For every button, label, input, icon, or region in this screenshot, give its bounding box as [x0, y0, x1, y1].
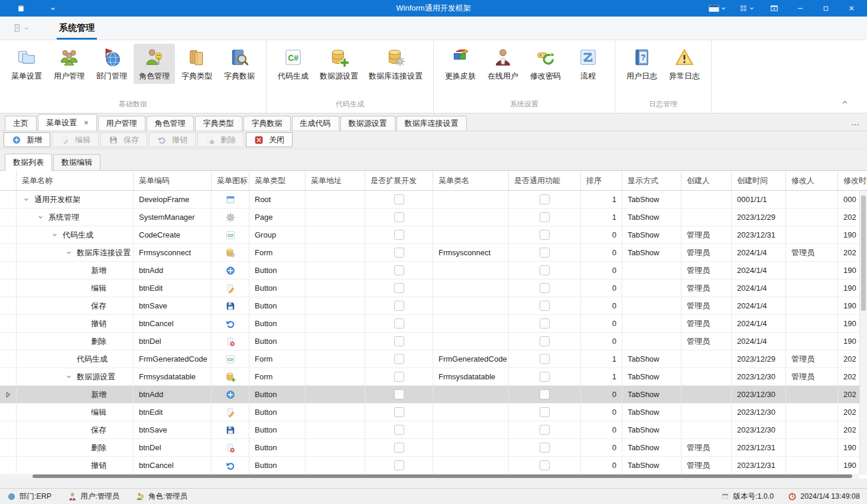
table-row[interactable]: 编辑btnEditButton0管理员2024/1/4190	[0, 279, 867, 297]
checkbox-unchecked[interactable]	[394, 389, 404, 399]
ribbon-item-role-management[interactable]: 角色管理	[134, 44, 175, 84]
checkbox-unchecked[interactable]	[540, 443, 550, 453]
table-row[interactable]: 数据源设置FrmsysdatatableFormFrmsysdatatable1…	[0, 368, 867, 386]
checkbox-unchecked[interactable]	[394, 212, 404, 222]
table-row[interactable]: 保存btnSaveButton0TabShow2023/12/30202	[0, 421, 867, 439]
table-row[interactable]: 通用开发框架DevelopFrameRoot1TabShow0001/1/100…	[0, 191, 867, 209]
doc-tab-code-generate[interactable]: 生成代码	[292, 116, 339, 131]
table-row[interactable]: 新增btnAddButton0管理员2024/1/4190	[0, 262, 867, 279]
ribbon-item-dict-type[interactable]: 字典类型	[176, 44, 217, 84]
column-header-indicator[interactable]	[0, 171, 17, 190]
column-header-display-mode[interactable]: 显示方式	[622, 171, 681, 190]
table-row[interactable]: 删除btnDelButton0TabShow管理员2023/12/31190	[0, 439, 867, 457]
ribbon-item-user-log[interactable]: ?用户日志	[621, 44, 663, 84]
table-row[interactable]: 数据库连接设置FrmsysconnectFormFrmsysconnect0Ta…	[0, 244, 867, 262]
checkbox-unchecked[interactable]	[540, 354, 550, 364]
checkbox-unchecked[interactable]	[394, 318, 404, 329]
checkbox-unchecked[interactable]	[394, 248, 404, 258]
doc-tab-dict-type[interactable]: 字典类型	[195, 116, 242, 131]
doc-tab-dbconnection-settings[interactable]: 数据库连接设置	[397, 116, 467, 131]
close-tab-icon[interactable]: ×	[84, 119, 89, 126]
view-tab-data-list[interactable]: 数据列表	[5, 154, 52, 171]
checkbox-unchecked[interactable]	[540, 336, 550, 346]
horizontal-scrollbar[interactable]	[0, 474, 859, 479]
ribbon-item-change-password[interactable]: 修改密码	[525, 44, 566, 84]
table-row[interactable]: 编辑btnEditButton0TabShow2023/12/30202	[0, 404, 867, 421]
table-row[interactable]: 保存btnSaveButton0管理员2024/1/4190	[0, 297, 867, 315]
quick-access-caret-icon[interactable]	[49, 5, 57, 12]
checkbox-unchecked[interactable]	[540, 460, 550, 470]
checkbox-unchecked[interactable]	[540, 425, 550, 435]
minimize-button[interactable]	[787, 0, 813, 17]
vertical-scrollbar-thumb[interactable]	[861, 196, 866, 311]
column-header-sort-order[interactable]: 排序	[581, 171, 622, 190]
vertical-scrollbar[interactable]	[859, 191, 867, 474]
checkbox-unchecked[interactable]	[394, 407, 404, 417]
column-header-modify-time[interactable]: 修改时间	[838, 171, 867, 190]
checkbox-unchecked[interactable]	[540, 230, 550, 240]
column-header-menu-name[interactable]: 菜单名称	[17, 171, 134, 190]
column-header-is-extend-dev[interactable]: 是否扩展开发	[365, 171, 433, 190]
checkbox-unchecked[interactable]	[540, 248, 550, 258]
expand-collapse-icon[interactable]	[51, 231, 63, 239]
table-row[interactable]: 新增btnAddButton0TabShow2023/12/30202	[0, 386, 867, 404]
checkbox-unchecked[interactable]	[540, 372, 550, 382]
checkbox-unchecked[interactable]	[394, 301, 404, 311]
checkbox-unchecked[interactable]	[394, 336, 404, 346]
ribbon-collapse-button[interactable]	[840, 98, 849, 107]
apps-grid-button[interactable]	[733, 0, 761, 17]
ribbon-item-menu-settings[interactable]: 菜单设置	[6, 44, 47, 84]
column-header-menu-class[interactable]: 菜单类名	[433, 171, 509, 190]
checkbox-unchecked[interactable]	[540, 301, 550, 311]
table-row[interactable]: 撤销btnCancelButton0TabShow管理员2023/12/3119…	[0, 457, 867, 474]
table-row[interactable]: 删除btnDelButton0管理员2024/1/4190	[0, 333, 867, 350]
checkbox-unchecked[interactable]	[540, 212, 550, 222]
checkbox-unchecked[interactable]	[394, 194, 404, 204]
checkbox-unchecked[interactable]	[394, 425, 404, 435]
expand-collapse-icon[interactable]	[65, 249, 77, 256]
checkbox-unchecked[interactable]	[394, 354, 404, 364]
quick-access-toolbar[interactable]	[0, 17, 30, 40]
ribbon-item-dict-data[interactable]: 字典数据	[219, 44, 260, 84]
doc-tab-user-management[interactable]: 用户管理	[98, 116, 145, 131]
checkbox-unchecked[interactable]	[540, 265, 550, 275]
ribbon-tab-system-management[interactable]: 系统管理	[53, 17, 100, 40]
doc-tab-menu-settings[interactable]: 菜单设置×	[38, 114, 97, 131]
column-header-menu-type[interactable]: 菜单类型	[249, 171, 306, 190]
table-row[interactable]: 系统管理SystemManagerPage1TabShow2023/12/292…	[0, 209, 867, 226]
ribbon-item-dbconnection-settings[interactable]: 数据库连接设置	[364, 44, 427, 84]
checkbox-unchecked[interactable]	[394, 443, 404, 453]
ribbon-item-department-management[interactable]: 部门管理	[91, 44, 132, 84]
ribbon-item-user-management[interactable]: 用户管理	[48, 44, 90, 84]
view-tab-data-edit[interactable]: 数据编辑	[53, 154, 100, 170]
table-row[interactable]: 撤销btnCancelButton0管理员2024/1/4190	[0, 315, 867, 333]
skin-preview-button[interactable]	[702, 0, 733, 17]
doc-tab-home[interactable]: 主页	[5, 116, 37, 131]
ribbon-item-change-skin[interactable]: 更换皮肤	[440, 44, 481, 84]
checkbox-unchecked[interactable]	[540, 194, 550, 204]
close-window-button[interactable]	[839, 0, 865, 17]
column-header-menu-icon[interactable]: 菜单图标	[212, 171, 249, 190]
horizontal-scrollbar-thumb[interactable]	[33, 474, 852, 478]
table-row[interactable]: 代码生成CodeCreateC#Group0TabShow管理员2023/12/…	[0, 226, 867, 244]
column-header-menu-code[interactable]: 菜单编码	[134, 171, 212, 190]
column-header-is-common-func[interactable]: 是否通用功能	[509, 171, 581, 190]
maximize-button[interactable]	[813, 0, 839, 17]
tab-overflow-button[interactable]: …	[851, 118, 860, 127]
checkbox-unchecked[interactable]	[540, 283, 550, 293]
doc-tab-datasource-settings[interactable]: 数据源设置	[340, 116, 395, 131]
checkbox-unchecked[interactable]	[394, 460, 404, 470]
column-header-creator[interactable]: 创建人	[681, 171, 732, 190]
expand-collapse-icon[interactable]	[37, 213, 48, 221]
checkbox-unchecked[interactable]	[540, 389, 550, 399]
column-header-modifier[interactable]: 修改人	[786, 171, 838, 190]
ribbon-item-error-log[interactable]: 异常日志	[664, 44, 705, 84]
checkbox-unchecked[interactable]	[394, 265, 404, 275]
doc-tab-dict-data[interactable]: 字典数据	[243, 116, 291, 131]
checkbox-unchecked[interactable]	[394, 230, 404, 240]
expand-collapse-icon[interactable]	[22, 196, 34, 203]
doc-tab-role-management[interactable]: 角色管理	[147, 116, 194, 131]
ribbon-item-datasource-settings[interactable]: 数据源设置	[315, 44, 363, 84]
app-window-icon[interactable]	[17, 4, 25, 13]
add-button[interactable]: 新增	[4, 132, 50, 147]
